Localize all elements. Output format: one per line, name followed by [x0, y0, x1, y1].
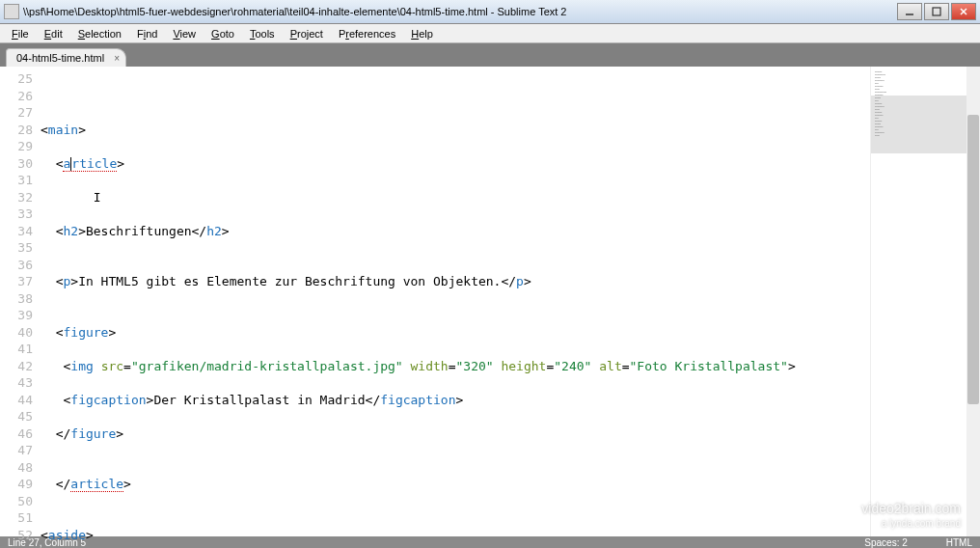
minimize-button[interactable] [897, 3, 922, 20]
menu-edit[interactable]: Edit [37, 26, 70, 41]
status-spaces[interactable]: Spaces: 2 [864, 537, 907, 548]
close-button[interactable] [951, 3, 976, 20]
minimap[interactable]: ▬▬▬▬▬▬▬▬▬▬▬▬▬▬▬▬▬▬▬▬▬▬▬▬▬▬▬▬▬▬▬▬▬▬▬▬▬▬▬▬… [870, 67, 966, 536]
menu-tools[interactable]: Tools [242, 26, 283, 41]
titlebar[interactable]: \\psf\Home\Desktop\html5-fuer-webdesigne… [0, 0, 980, 24]
menu-view[interactable]: View [165, 26, 204, 41]
minimap-viewport[interactable] [871, 96, 966, 153]
tab-active[interactable]: 04-html5-time.html × [6, 48, 126, 67]
code-area[interactable]: <main> <article> I <h2>Beschriftungen</h… [41, 67, 870, 536]
menubar: File Edit Selection Find View Goto Tools… [0, 24, 980, 43]
tabbar: 04-html5-time.html × [0, 43, 980, 67]
menu-project[interactable]: Project [283, 26, 331, 41]
window-controls [897, 3, 976, 20]
scrollbar-thumb[interactable] [967, 115, 979, 404]
menu-file[interactable]: File [4, 26, 37, 41]
menu-find[interactable]: Find [129, 26, 165, 41]
editor-area: 25 26 27 28 29 30 31 32 33 34 35 36 37 3… [0, 67, 980, 536]
gutter: 25 26 27 28 29 30 31 32 33 34 35 36 37 3… [0, 67, 41, 536]
status-syntax[interactable]: HTML [946, 537, 972, 548]
tab-close-icon[interactable]: × [114, 53, 120, 64]
menu-goto[interactable]: Goto [204, 26, 242, 41]
tab-label: 04-html5-time.html [16, 52, 104, 64]
window-title: \\psf\Home\Desktop\html5-fuer-webdesigne… [23, 6, 897, 17]
svg-rect-1 [933, 8, 940, 15]
app-icon [4, 4, 19, 19]
menu-help[interactable]: Help [403, 26, 441, 41]
menu-preferences[interactable]: Preferences [331, 26, 403, 41]
menu-selection[interactable]: Selection [70, 26, 129, 41]
vertical-scrollbar[interactable] [966, 67, 980, 536]
maximize-button[interactable] [924, 3, 949, 20]
